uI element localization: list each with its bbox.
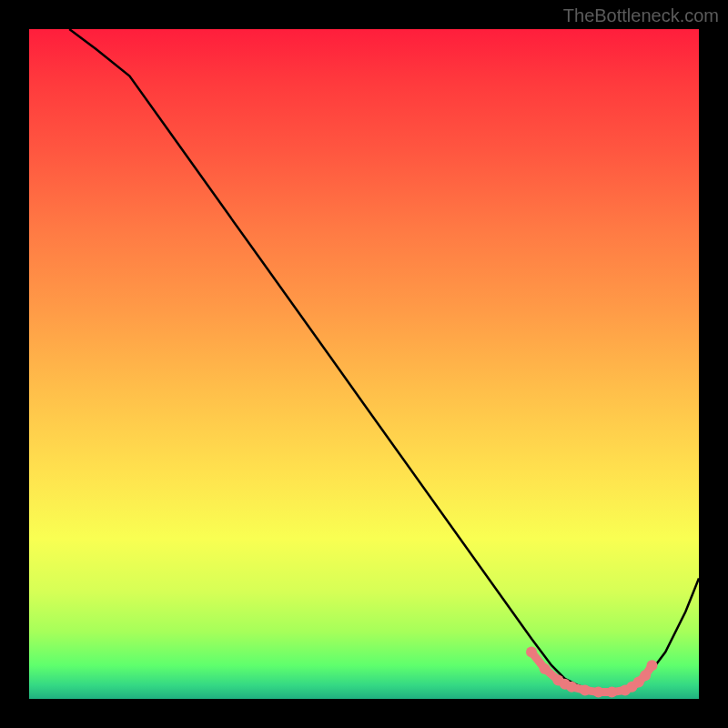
curve-line: [69, 29, 699, 693]
highlight-markers: [526, 647, 658, 698]
bottleneck-curve: [69, 29, 699, 693]
chart-svg: [29, 29, 699, 699]
highlight-dot: [640, 670, 651, 681]
highlight-dot: [526, 647, 537, 658]
highlight-dot: [593, 687, 604, 698]
highlight-dot: [606, 687, 617, 698]
highlight-dot: [647, 660, 658, 671]
highlight-dot: [566, 682, 577, 693]
highlight-dot: [540, 663, 551, 674]
highlight-dot: [580, 684, 591, 695]
chart-plot-area: [29, 29, 699, 699]
watermark-label: TheBottleneck.com: [563, 5, 719, 26]
